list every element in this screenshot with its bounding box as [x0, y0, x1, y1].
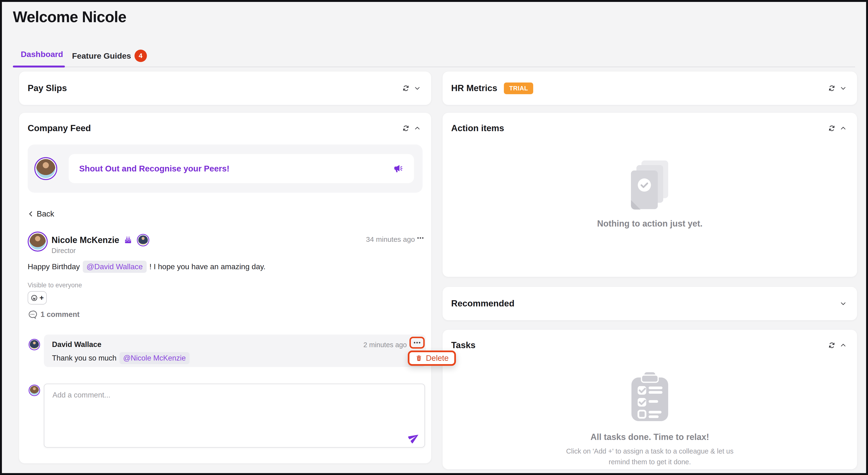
empty-documents-icon [626, 158, 674, 213]
company-feed-card: Company Feed Shout Out and Recognise you… [19, 113, 431, 463]
tasks-empty-line2: remind them to get it done. [566, 456, 734, 467]
send-comment-icon[interactable] [408, 432, 420, 443]
refresh-icon[interactable] [828, 124, 836, 132]
smiley-icon [31, 294, 38, 302]
pay-slips-card: Pay Slips [19, 71, 431, 105]
action-items-card: Action items Nothing to action just yet. [442, 113, 857, 277]
chevron-up-icon[interactable] [840, 125, 846, 132]
chevron-down-icon[interactable] [840, 85, 846, 92]
comment-timestamp: 2 minutes ago [364, 341, 407, 349]
back-chevron-icon [28, 211, 34, 217]
comment-input[interactable] [44, 384, 425, 447]
post-options-menu-icon[interactable] [414, 232, 426, 244]
refresh-icon[interactable] [828, 342, 836, 349]
comment-count-row[interactable]: 1 comment [28, 310, 80, 319]
shout-out-panel: Shout Out and Recognise your Peers! [28, 145, 423, 193]
comment-input-container [44, 384, 425, 448]
post-visibility: Visible to everyone [28, 282, 82, 289]
delete-label: Delete [426, 354, 448, 363]
back-label: Back [37, 209, 54, 218]
comment-count-label: 1 comment [40, 310, 80, 319]
comment-text: Thank you so much [52, 354, 117, 362]
post-recipient-avatar[interactable] [137, 234, 149, 246]
back-button[interactable]: Back [28, 209, 54, 218]
tab-feature-guides[interactable]: Feature Guides 4 [72, 50, 147, 62]
avatar[interactable] [34, 157, 57, 180]
feature-guides-count-badge: 4 [134, 50, 147, 62]
comment-options-menu-icon-highlighted[interactable] [409, 337, 425, 349]
tasks-title: Tasks [451, 340, 475, 350]
active-tab-indicator [13, 66, 65, 67]
comment-author-avatar[interactable] [29, 339, 40, 350]
shout-out-banner[interactable]: Shout Out and Recognise your Peers! [69, 154, 414, 183]
empty-clipboard-icon [629, 372, 670, 422]
comment-author-name[interactable]: David Wallace [52, 340, 101, 349]
tasks-card: Tasks All tasks done. Time to relax! Cli… [442, 330, 857, 469]
recommended-card: Recommended [442, 287, 857, 320]
post-author-role: Director [52, 247, 76, 255]
tasks-empty-title: All tasks done. Time to relax! [590, 432, 709, 442]
post-timestamp: 34 minutes ago [366, 235, 415, 244]
refresh-icon[interactable] [402, 124, 410, 132]
pay-slips-title: Pay Slips [28, 83, 67, 93]
action-items-empty-text: Nothing to action just yet. [597, 219, 703, 229]
delete-menu-item[interactable]: Delete [408, 351, 456, 366]
tabs-divider [13, 66, 855, 67]
comment-item: David Wallace 2 minutes ago Thank you so… [44, 335, 426, 367]
chevron-down-icon[interactable] [840, 300, 846, 307]
mention-david-wallace[interactable]: @David Wallace [83, 261, 147, 273]
trial-badge: TRIAL [504, 83, 533, 94]
birthday-cake-icon [124, 235, 132, 245]
tasks-empty-line1: Click on 'Add +' to assign a task to a c… [566, 446, 734, 456]
comment-bubble-icon [28, 310, 37, 319]
action-items-title: Action items [451, 123, 504, 133]
plus-icon: + [39, 293, 44, 302]
tab-feature-guides-label: Feature Guides [72, 51, 131, 61]
hr-metrics-title: HR Metrics [451, 83, 497, 93]
chevron-down-icon[interactable] [414, 85, 421, 92]
megaphone-icon [393, 163, 403, 174]
chevron-up-icon[interactable] [840, 342, 846, 349]
company-feed-title: Company Feed [28, 123, 91, 133]
add-reaction-button[interactable]: + [28, 291, 47, 305]
post-author-name[interactable]: Nicole McKenzie [52, 235, 119, 245]
mention-nicole-mckenzie[interactable]: @Nicole McKenzie [120, 352, 190, 364]
trash-icon [415, 355, 423, 362]
dashboard-page: Welcome Nicole Dashboard Feature Guides … [0, 0, 868, 475]
refresh-icon[interactable] [828, 85, 836, 92]
post-text-before: Happy Birthday [28, 262, 80, 271]
recommended-title: Recommended [451, 298, 514, 309]
post-author-avatar[interactable] [28, 231, 48, 252]
page-title: Welcome Nicole [13, 8, 126, 26]
tab-dashboard[interactable]: Dashboard [21, 50, 63, 59]
chevron-up-icon[interactable] [414, 125, 421, 132]
current-user-avatar [29, 385, 40, 396]
post-text-after: ! I hope you have an amazing day. [150, 262, 266, 271]
shout-out-label: Shout Out and Recognise your Peers! [79, 164, 229, 173]
hr-metrics-card: HR Metrics TRIAL [442, 71, 857, 105]
refresh-icon[interactable] [402, 85, 410, 92]
